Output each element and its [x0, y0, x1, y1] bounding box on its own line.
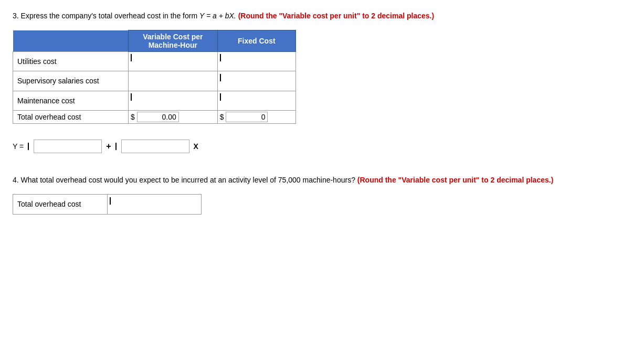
- utilities-var-cell: [129, 52, 218, 71]
- question4-header: 4. What total overhead cost would you ex…: [13, 174, 631, 186]
- supervisory-label: Supervisory salaries cost: [13, 71, 129, 91]
- maintenance-fixed-cell: [217, 91, 295, 110]
- question4-intro: 4. What total overhead cost would you ex…: [13, 176, 355, 184]
- supervisory-var-input[interactable]: [131, 77, 215, 85]
- formula-cursor2: [115, 143, 117, 150]
- total-var-dollar-cell: $: [131, 112, 215, 122]
- maintenance-var-cell: [129, 91, 218, 110]
- total-label: Total overhead cost: [13, 110, 129, 123]
- question4-note: (Round the "Variable cost per unit" to 2…: [355, 176, 553, 184]
- col1-header: [13, 30, 129, 52]
- maintenance-var-input[interactable]: [131, 101, 215, 109]
- cursor-indicator4: [131, 93, 132, 101]
- cost-table: Variable Cost per Machine-Hour Fixed Cos…: [13, 30, 296, 124]
- total-overhead-label: Total overhead cost: [13, 195, 108, 214]
- utilities-fixed-input[interactable]: [220, 61, 293, 70]
- formula-cursor: [28, 143, 29, 150]
- question3-intro: 3. Express the company's total overhead …: [13, 12, 199, 20]
- formula-a-input[interactable]: [34, 140, 102, 153]
- col3-header: Fixed Cost: [217, 30, 295, 52]
- question3-note: (Round the "Variable cost per unit" to 2…: [238, 12, 434, 20]
- maintenance-label: Maintenance cost: [13, 91, 129, 110]
- formula-plus: +: [106, 142, 111, 151]
- total-overhead-row: Total overhead cost: [13, 195, 202, 214]
- utilities-label: Utilities cost: [13, 52, 129, 71]
- formula-x: X: [194, 142, 198, 151]
- supervisory-fixed-input[interactable]: [220, 81, 293, 90]
- supervisory-var-cell: [129, 71, 218, 91]
- total-fixed-dollar-cell: $: [220, 112, 293, 122]
- total-overhead-cell: [108, 195, 202, 214]
- formula-label: Y =: [13, 142, 24, 151]
- total-row: Total overhead cost $ $: [13, 110, 296, 123]
- dollar-sign-fixed: $: [220, 113, 224, 121]
- cursor-indicator5: [220, 93, 221, 101]
- total-var-input[interactable]: [137, 112, 179, 122]
- formula-b-input[interactable]: [121, 140, 189, 153]
- total-var-cell: $: [129, 110, 218, 123]
- utilities-fixed-cell: [217, 52, 295, 71]
- col2-header: Variable Cost per Machine-Hour: [129, 30, 218, 52]
- maintenance-row: Maintenance cost: [13, 91, 296, 110]
- formula-row: Y = + X: [13, 140, 631, 153]
- cursor-indicator2: [220, 54, 221, 61]
- total-fixed-input[interactable]: [226, 112, 268, 122]
- maintenance-fixed-input[interactable]: [220, 101, 293, 109]
- utilities-var-input[interactable]: [131, 61, 215, 70]
- dollar-sign-var: $: [131, 113, 135, 121]
- bottom-table: Total overhead cost: [13, 194, 202, 214]
- cursor-indicator3: [220, 74, 221, 81]
- cursor-indicator: [131, 54, 132, 61]
- total-fixed-cell: $: [217, 110, 295, 123]
- supervisory-row: Supervisory salaries cost: [13, 71, 296, 91]
- total-overhead-input[interactable]: [110, 205, 199, 213]
- supervisory-fixed-cell: [217, 71, 295, 91]
- utilities-row: Utilities cost: [13, 52, 296, 71]
- question3-header: 3. Express the company's total overhead …: [13, 10, 631, 22]
- bottom-cursor: [110, 197, 111, 205]
